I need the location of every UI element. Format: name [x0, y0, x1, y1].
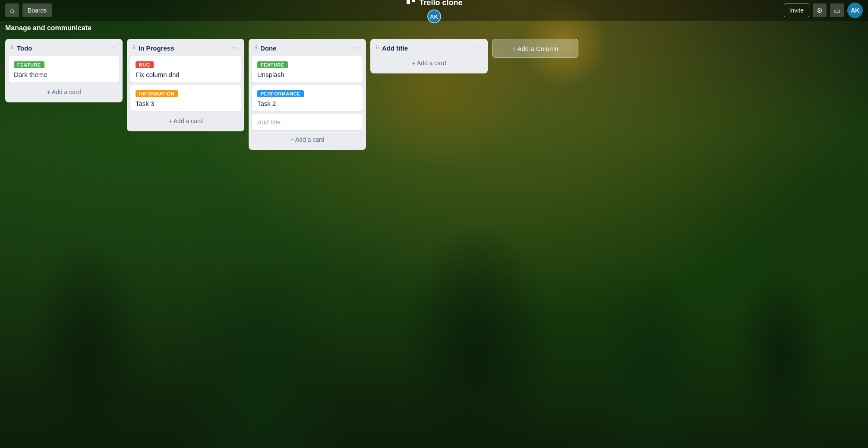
drag-icon: ⠿ [132, 45, 136, 51]
monitor-icon: ▭ [834, 6, 840, 15]
svg-rect-1 [411, 0, 415, 2]
card-tag: INFORMATION [136, 90, 178, 97]
column-title-done: Done [260, 44, 277, 52]
column-header-left: ⠿In Progress [132, 44, 174, 52]
column-header-left: ⠿Todo [10, 44, 32, 52]
trello-icon [405, 0, 416, 8]
column-done: ⠿Done···FEATUREUnsplashPERFORMANCETask 2… [249, 39, 366, 150]
column-header-todo: ⠿Todo··· [9, 42, 119, 54]
column-menu-button-add-title[interactable]: ··· [473, 43, 483, 53]
column-menu-button-done[interactable]: ··· [352, 43, 361, 53]
card-title: Dark theme [14, 71, 114, 78]
invite-button[interactable]: Invite [784, 3, 809, 17]
card-tag: FEATURE [257, 61, 288, 68]
card[interactable]: Add title [252, 114, 363, 130]
app-title: Trello clone [405, 0, 462, 8]
column-header-left: ⠿Add title [376, 44, 408, 52]
app-header: ⌂ Boards Trello clone AK Invite ⚙ ▭ AK [0, 0, 868, 21]
card[interactable]: BUGFix column dnd [130, 56, 241, 83]
card[interactable]: FEATUREUnsplash [252, 56, 363, 83]
drag-icon: ⠿ [254, 45, 258, 51]
card-title: Unsplash [257, 71, 357, 78]
card-tag: PERFORMANCE [257, 90, 304, 97]
board-area: ⠿Todo···FEATUREDark theme+ Add a card⠿In… [0, 35, 868, 153]
board-subtitle: Manage and communicate [0, 21, 868, 35]
card-tag: BUG [136, 61, 154, 68]
header-left: ⌂ Boards [5, 3, 52, 17]
column-in-progress: ⠿In Progress···BUGFix column dndINFORMAT… [127, 39, 244, 131]
monitor-button[interactable]: ▭ [830, 3, 844, 17]
column-menu-button-todo[interactable]: ··· [108, 43, 117, 53]
column-title-in-progress: In Progress [139, 44, 174, 52]
add-card-button-in-progress[interactable]: + Add a card [130, 114, 241, 128]
app-title-text: Trello clone [419, 0, 462, 7]
column-title-todo: Todo [17, 44, 32, 52]
card-title: Task 2 [257, 100, 357, 107]
column-header-done: ⠿Done··· [252, 42, 363, 54]
add-column-button[interactable]: + Add a Column [492, 39, 578, 58]
column-title-add-title: Add title [382, 44, 408, 52]
card[interactable]: INFORMATIONTask 3 [130, 85, 241, 111]
add-card-button-done[interactable]: + Add a card [252, 133, 363, 146]
card-title: Fix column dnd [136, 71, 236, 78]
add-card-button-todo[interactable]: + Add a card [9, 85, 119, 99]
header-right: Invite ⚙ ▭ AK [784, 3, 863, 18]
drag-icon: ⠿ [10, 45, 14, 51]
column-header-left: ⠿Done [254, 44, 277, 52]
user-avatar[interactable]: AK [847, 3, 863, 18]
column-todo: ⠿Todo···FEATUREDark theme+ Add a card [5, 39, 123, 102]
boards-button[interactable]: Boards [22, 3, 52, 17]
card-title: Add title [257, 118, 357, 126]
card[interactable]: FEATUREDark theme [9, 56, 119, 83]
column-header-in-progress: ⠿In Progress··· [130, 42, 241, 54]
card-title: Task 3 [136, 100, 236, 107]
column-menu-button-in-progress[interactable]: ··· [230, 43, 239, 53]
column-header-add-title: ⠿Add title··· [374, 42, 484, 54]
gear-icon: ⚙ [817, 6, 823, 15]
add-card-button-add-title[interactable]: + Add a card [374, 56, 484, 70]
settings-button[interactable]: ⚙ [813, 3, 827, 17]
card[interactable]: PERFORMANCETask 2 [252, 85, 363, 111]
header-center: Trello clone AK [405, 0, 462, 23]
drag-icon: ⠿ [376, 45, 379, 51]
column-add-title: ⠿Add title···+ Add a card [370, 39, 488, 73]
card-tag: FEATURE [14, 61, 44, 68]
home-button[interactable]: ⌂ [5, 3, 19, 17]
svg-rect-0 [406, 0, 410, 4]
